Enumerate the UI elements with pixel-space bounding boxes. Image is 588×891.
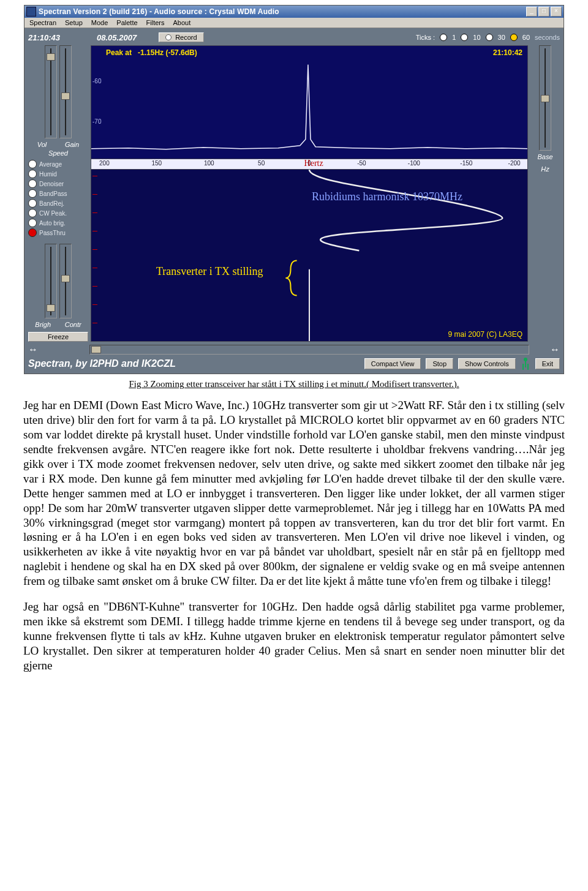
base-label: Base (537, 153, 552, 160)
date: 08.05.2007 (97, 33, 137, 42)
ticks-selector: Ticks : 1 10 30 60 seconds (416, 34, 560, 41)
menu-about[interactable]: About (173, 19, 191, 26)
toggle-bandpass[interactable]: BandPass (28, 189, 88, 198)
toggle-autobrig[interactable]: Auto brig. (28, 218, 88, 228)
freeze-button[interactable]: Freeze (28, 332, 88, 342)
window-title: Spectran Version 2 (build 216) - Audio s… (39, 7, 526, 16)
spectrum-graph[interactable]: Peak at -1.15Hz (-57.6dB) 21:10:42 -60 -… (91, 45, 528, 159)
app-icon (26, 7, 36, 17)
show-controls-button[interactable]: Show Controls (458, 358, 516, 369)
ticks-seconds: seconds (535, 34, 560, 41)
spectran-window: Spectran Version 2 (build 216) - Audio s… (24, 5, 564, 374)
clock: 21:10:43 (28, 33, 60, 42)
stop-button[interactable]: Stop (426, 358, 453, 369)
toggle-denoiser[interactable]: Denoiser (28, 179, 88, 189)
exit-button[interactable]: Exit (535, 358, 560, 369)
figure-caption: Fig 3 Zooming etter transceiver har ståt… (23, 379, 565, 389)
hz-label: Hz (541, 165, 549, 173)
credits-text: Spectran, by I2PHD and IK2CZL (28, 358, 360, 369)
footer-bar: Spectran, by I2PHD and IK2CZL Compact Vi… (28, 358, 560, 370)
toggle-average[interactable]: Average (28, 159, 88, 169)
hertz-label: Hertz (304, 159, 323, 168)
toggle-passthru[interactable]: PassThru (28, 228, 88, 238)
contr-slider[interactable] (59, 244, 72, 318)
menu-mode[interactable]: Mode (91, 19, 108, 26)
copyright: 9 mai 2007 (C) LA3EQ (448, 330, 522, 339)
left-panel: Vol Gain Speed Average Humid Denoiser Ba… (28, 45, 88, 342)
toggle-bandrej[interactable]: BandRej. (28, 198, 88, 208)
right-panel: Base Hz (530, 45, 560, 342)
toggle-list: Average Humid Denoiser BandPass BandRej.… (28, 159, 88, 238)
gain-slider[interactable] (59, 45, 72, 138)
gain-label: Gain (65, 141, 79, 148)
vol-label: Vol (37, 141, 47, 148)
tick-10-radio[interactable] (461, 34, 468, 41)
hslider-right-icon[interactable]: ↔ (530, 344, 560, 355)
toggle-cwpeak[interactable]: CW Peak. (28, 208, 88, 218)
hslider-left-icon[interactable]: ↔ (28, 344, 88, 355)
base-slider[interactable] (539, 45, 551, 151)
compact-view-button[interactable]: Compact View (364, 358, 421, 369)
info-bar: 21:10:43 08.05.2007 Record Ticks : 1 10 … (28, 31, 560, 44)
paragraph-1: Jeg har en DEMI (Down East Micro Wave, I… (23, 398, 565, 588)
menu-spectran[interactable]: Spectran (29, 19, 56, 26)
menu-palette[interactable]: Palette (116, 19, 137, 26)
tick-60-radio[interactable] (510, 34, 518, 41)
ticks-label: Ticks : (416, 34, 435, 41)
x-axis: 200 150 100 50 0 Hertz -50 -100 -150 -20… (91, 159, 528, 169)
menu-filters[interactable]: Filters (146, 19, 165, 26)
tick-1-radio[interactable] (440, 34, 447, 41)
brigh-slider[interactable] (45, 244, 57, 318)
brigh-label: Brigh (35, 321, 51, 328)
minimize-button[interactable]: _ (526, 7, 537, 17)
window-titlebar[interactable]: Spectran Version 2 (build 216) - Audio s… (24, 6, 564, 18)
hslider-row: ↔ ↔ (28, 344, 560, 355)
waterfall[interactable]: Rubidiums harmonisk 10370MHz Transverter… (91, 169, 528, 342)
exit-icon (521, 358, 530, 370)
vol-slider[interactable] (45, 45, 57, 138)
anno-transverter: Transverter i TX stilling (156, 265, 263, 278)
spectrum-panel: Peak at -1.15Hz (-57.6dB) 21:10:42 -60 -… (91, 45, 528, 342)
menu-setup[interactable]: Setup (65, 19, 83, 26)
close-button[interactable]: × (551, 7, 562, 17)
menubar: Spectran Setup Mode Palette Filters Abou… (24, 18, 564, 28)
maximize-button[interactable]: □ (538, 7, 549, 17)
paragraph-2: Jeg har også en "DB6NT-Kuhne" transverte… (23, 600, 565, 673)
speed-label: Speed (28, 149, 88, 157)
tick-30-radio[interactable] (486, 34, 493, 41)
record-label: Record (175, 34, 197, 41)
record-icon (165, 34, 172, 40)
contr-label: Contr (65, 321, 81, 328)
record-button[interactable]: Record (159, 32, 203, 42)
hslider[interactable] (89, 345, 529, 355)
anno-rubidium: Rubidiums harmonisk 10370MHz (312, 190, 462, 203)
toggle-humid[interactable]: Humid (28, 169, 88, 179)
